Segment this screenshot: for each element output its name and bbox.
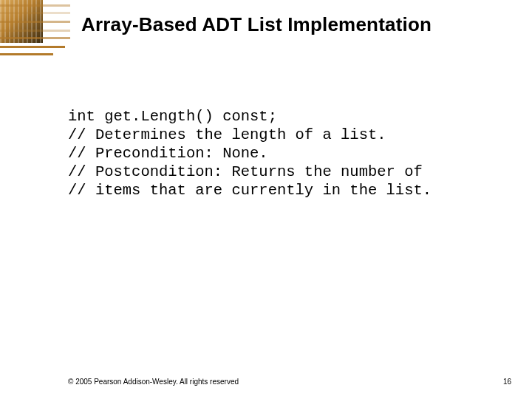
code-line: // Postcondition: Returns the number of: [68, 163, 423, 180]
decor-line: [0, 21, 70, 23]
slide-title: Array-Based ADT List Implementation: [81, 13, 517, 36]
decor-line: [0, 46, 65, 48]
code-line: int get.Length() const;: [68, 108, 277, 125]
page-number: 16: [503, 378, 511, 386]
decor-line: [0, 53, 53, 55]
code-line: // items that are currently in the list.: [68, 182, 432, 199]
code-line: // Determines the length of a list.: [68, 126, 386, 143]
decor-line: [0, 12, 70, 14]
decor-line: [0, 30, 70, 32]
code-block: int get.Length() const; // Determines th…: [68, 107, 510, 200]
decor-line: [0, 4, 70, 7]
copyright-text: © 2005 Pearson Addison-Wesley. All right…: [68, 378, 239, 386]
decor-line: [0, 37, 70, 39]
code-line: // Precondition: None.: [68, 145, 268, 162]
corner-decoration: [0, 0, 70, 59]
